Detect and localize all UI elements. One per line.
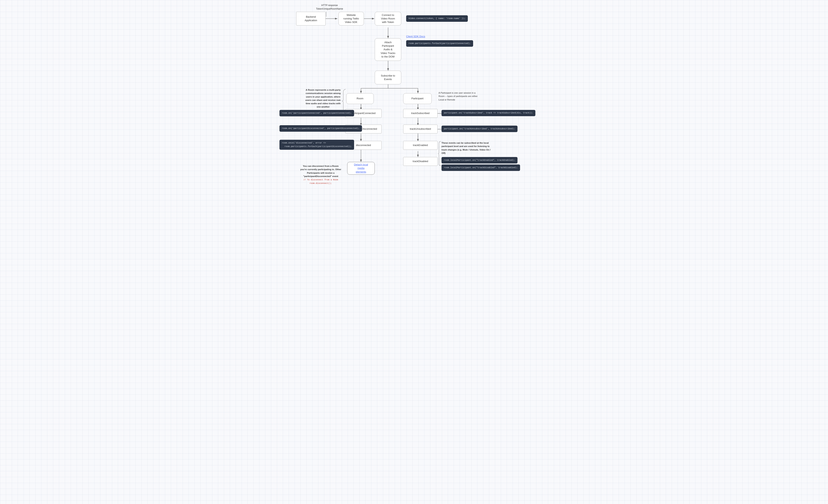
track-events-description: These events can be subscribed at the lo…: [442, 141, 493, 155]
track-unsubscribed-code: participant.on('trackUnsubscribed', trac…: [442, 126, 518, 132]
track-unsubscribed-box: trackUnsubscribed: [403, 125, 438, 133]
track-enabled-code: room.localParticipant.on("trackEnabled",…: [442, 157, 518, 164]
track-subscribed-box: trackSubscribed: [403, 109, 438, 118]
room-participants-code: room.participants.forEach(participantCon…: [406, 40, 473, 47]
video-connect-code: Video.connect(token, { name: 'room-name'…: [406, 15, 468, 22]
track-subscribed-code: participant.on('trackSubscribed', track …: [442, 110, 535, 116]
http-response-label: HTTP responseToken/UniqueRoomName: [315, 4, 344, 11]
participant-box: Participant: [403, 93, 432, 104]
participant-description: A Participant is one user session in a R…: [439, 91, 480, 101]
participant-connected-code: room.on('participantConnected', particip…: [280, 110, 354, 117]
connect-box: Connect toVideo Roomwith Token: [375, 12, 401, 26]
disconnect-note: You can disconnect from a Room you're cu…: [300, 165, 341, 185]
track-enabled-box: trackEnabled: [403, 141, 438, 150]
website-box: Websiterunning TwilioVideo SDK: [338, 12, 364, 26]
attach-box: AttachParticipantAudio &Video Tracksto t…: [375, 38, 401, 61]
track-disabled-code: room.localParticipant.on("trackDisabled"…: [442, 165, 520, 171]
room-description: A Room represents a multi-party communic…: [305, 88, 341, 109]
detach-box[interactable]: Detach localmediaelements: [347, 162, 375, 175]
participant-disconnected-code: room.on('participantDisconnected', parti…: [280, 125, 362, 132]
track-disabled-box: trackDisabled: [403, 157, 438, 166]
disconnected-code: room.once('disconnected', error => room.…: [280, 140, 354, 150]
room-box: Room: [346, 93, 374, 104]
subscribe-box: Subscribe toEvents: [375, 71, 401, 84]
client-sdk-docs-link[interactable]: Client SDK Docs: [406, 35, 425, 38]
backend-box: BackendApplication: [296, 12, 326, 26]
